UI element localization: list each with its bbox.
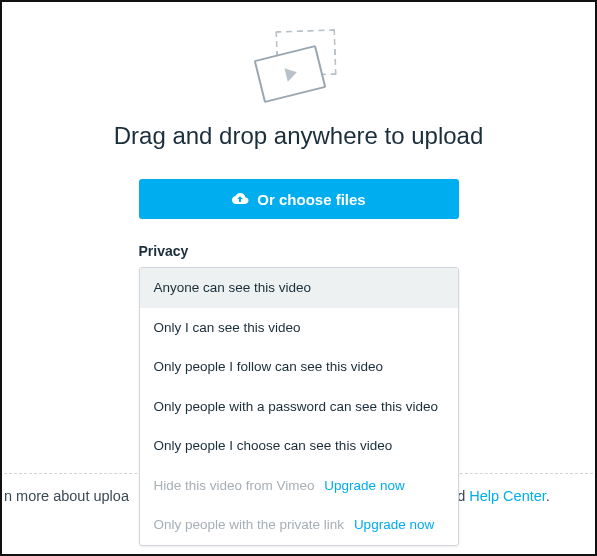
privacy-option-private-link: Only people with the private link Upgrad… [140, 505, 458, 545]
privacy-option-followed[interactable]: Only people I follow can see this video [140, 347, 458, 387]
privacy-dropdown[interactable]: Anyone can see this video Only I can see… [139, 267, 459, 546]
upload-illustration [254, 30, 344, 102]
help-center-link[interactable]: Help Center [469, 488, 546, 504]
privacy-option-hide: Hide this video from Vimeo Upgrade now [140, 466, 458, 506]
choose-files-button[interactable]: Or choose files [139, 179, 459, 219]
privacy-option-password[interactable]: Only people with a password can see this… [140, 387, 458, 427]
footer-text-left: n more about uploa [4, 488, 129, 504]
choose-files-label: Or choose files [257, 191, 365, 208]
privacy-option-only-me[interactable]: Only I can see this video [140, 308, 458, 348]
upgrade-link[interactable]: Upgrade now [354, 517, 434, 532]
footer-period: . [546, 488, 550, 504]
play-icon [284, 66, 298, 82]
upgrade-link[interactable]: Upgrade now [324, 478, 404, 493]
privacy-option-anyone[interactable]: Anyone can see this video [140, 268, 458, 308]
upload-panel: Drag and drop anywhere to upload Or choo… [2, 2, 595, 259]
privacy-label: Privacy [139, 243, 459, 259]
upload-headline: Drag and drop anywhere to upload [109, 120, 489, 151]
privacy-section: Privacy Anyone can see this video Only I… [139, 243, 459, 259]
cloud-upload-icon [231, 192, 249, 206]
privacy-option-choose[interactable]: Only people I choose can see this video [140, 426, 458, 466]
